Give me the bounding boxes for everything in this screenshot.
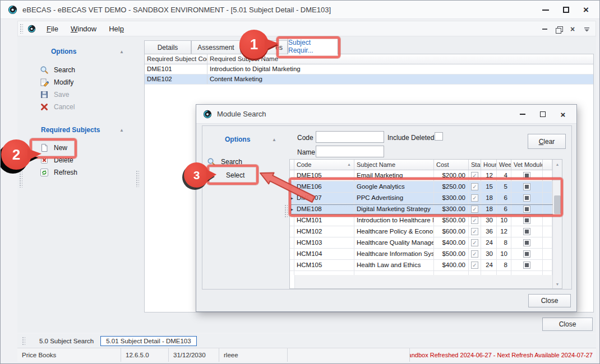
menu-window[interactable]: Window [66, 22, 101, 35]
dialog-close-button[interactable]: × [553, 105, 573, 124]
tabbar-grip[interactable] [22, 337, 25, 346]
save-icon [40, 90, 49, 99]
scroll-up-icon[interactable]: ▲ [553, 160, 562, 169]
cell [290, 260, 294, 271]
menu-file[interactable]: File [41, 22, 63, 35]
indeterminate-mark [525, 263, 529, 267]
document-tab-bar: 5.0 Subject Search 5.01 Subject Detail -… [17, 334, 596, 348]
sidebar-item-label: Save [54, 91, 69, 99]
cell [511, 271, 543, 275]
tab-subject-detail[interactable]: 5.01 Subject Detail - DME103 [100, 336, 197, 346]
code-field-label: Code [297, 134, 313, 142]
module-table-row[interactable]: HCM102Healthcare Policy & Economi$600.00… [290, 226, 562, 237]
include-deleted-label: Include Deleted [387, 134, 434, 142]
sidebar-item-modify[interactable]: Modify [40, 77, 75, 87]
cell: Healthcare Quality Managem [354, 237, 434, 249]
sidebar-item-search[interactable]: Search [40, 64, 75, 75]
minimize-button[interactable] [536, 1, 556, 19]
include-deleted-checkbox[interactable] [435, 132, 443, 141]
module-table-row[interactable]: HCM105Health Law and Ethics$400.00✓248 [290, 260, 562, 271]
minimize-icon [542, 10, 549, 11]
menu-help[interactable]: Help [104, 22, 129, 35]
application-window: eBECAS - eBECAS VET DEMO - SANDBOX ENVIR… [0, 0, 600, 364]
dialog-footer-close-button[interactable]: Close [528, 294, 571, 307]
maximize-button[interactable] [556, 1, 576, 19]
cell: ✓ [469, 249, 481, 260]
vet-module-checkbox-indeterminate [523, 262, 530, 269]
clear-button[interactable]: Clear [528, 134, 566, 149]
table-row[interactable]: DME101Introduction to Digital Marketing [145, 64, 593, 74]
cell [290, 226, 294, 237]
cell: $400.00 [434, 237, 469, 249]
status-panel-version: 12.6.5.0 [121, 348, 169, 362]
status-bar: Price Books 12.6.5.0 31/12/2030 rleee Sa… [17, 348, 596, 362]
tab-subject-search[interactable]: 5.0 Subject Search [39, 338, 94, 344]
dialog-title: Module Search [217, 110, 266, 118]
dialog-maximize-button[interactable] [533, 105, 553, 124]
required-subjects-group-header[interactable]: Required Subjects ▲ [41, 126, 124, 134]
name-input[interactable] [316, 146, 384, 157]
indeterminate-mark [525, 218, 529, 222]
cell: HCM104 [294, 249, 354, 260]
mdi-minimize-button[interactable] [540, 25, 549, 34]
column-header-status[interactable]: Status [469, 160, 481, 170]
tab-1[interactable]: Assessment [191, 40, 241, 54]
dialog-minimize-button[interactable] [513, 105, 533, 124]
ebecas-dialog-icon [203, 110, 212, 119]
column-header-hours[interactable]: Hours [481, 160, 497, 170]
tab-label: Details [158, 44, 178, 52]
required-subjects-group-label: Required Subjects [41, 126, 100, 134]
modify-icon [40, 78, 49, 87]
close-icon: × [583, 5, 589, 15]
column-header-vet-module[interactable]: Vet Module [511, 160, 543, 170]
cell [511, 249, 543, 260]
cell: HCM102 [294, 226, 354, 237]
close-button[interactable]: × [576, 1, 596, 19]
code-input[interactable] [316, 131, 384, 143]
table-row[interactable]: DME102Content Marketing [145, 74, 593, 85]
main-close-button[interactable]: Close [542, 318, 593, 331]
status-panel-empty [288, 348, 410, 362]
cell [511, 260, 543, 271]
column-header[interactable]: Required Subject Name [207, 54, 593, 64]
column-header-week[interactable]: Week [497, 160, 511, 170]
module-table-row[interactable]: HCM103Healthcare Quality Managem$400.00✓… [290, 237, 562, 249]
cell-name: Content Marketing [207, 74, 593, 84]
dock-grip[interactable] [19, 169, 22, 188]
cell: HCM101 [294, 215, 354, 226]
cell: 8 [497, 260, 511, 271]
tab-0[interactable]: Details [144, 40, 191, 54]
callout-3: 3 [184, 162, 209, 188]
menu-customize-button[interactable] [582, 25, 591, 34]
callout-2: 2 [1, 139, 31, 170]
collapse-arrow-icon: ▲ [119, 49, 124, 54]
scroll-down-icon[interactable]: ▼ [553, 279, 562, 288]
sidebar-splitter-grip[interactable] [136, 170, 139, 187]
dialog-options-header[interactable]: Options ▲ [225, 136, 276, 143]
cell [543, 215, 552, 226]
module-table-row[interactable]: HCM101Introduction to Healthcare M$500.0… [290, 215, 562, 226]
cell: 30 [481, 249, 497, 260]
vet-module-checkbox-indeterminate [523, 250, 530, 258]
module-table-row-partial [290, 271, 562, 275]
cell: HCM105 [294, 260, 354, 271]
menubar-grip[interactable] [20, 24, 23, 34]
mdi-close-button[interactable]: × [568, 25, 577, 34]
status-checkbox-checked: ✓ [471, 217, 478, 224]
column-header[interactable]: Required Subject Code [145, 54, 207, 64]
cell [290, 215, 294, 226]
indeterminate-mark [525, 252, 529, 256]
mdi-restore-button[interactable] [554, 25, 563, 34]
options-group-header[interactable]: Options ▲ [51, 48, 124, 55]
cell: $600.00 [434, 226, 469, 237]
module-table-row[interactable]: HCM104Healthcare Information Syst$500.00… [290, 249, 562, 260]
cell: ✓ [469, 215, 481, 226]
column-header-subject-name[interactable]: Subject Name [354, 160, 434, 170]
column-header-cost[interactable]: Cost [434, 160, 469, 170]
cell: Healthcare Policy & Economi [354, 226, 434, 237]
cell: $400.00 [434, 260, 469, 271]
sidebar-item-refresh[interactable]: Refresh [40, 167, 77, 178]
options-group-label: Options [51, 48, 76, 55]
cell [294, 271, 354, 275]
cell [497, 271, 511, 275]
